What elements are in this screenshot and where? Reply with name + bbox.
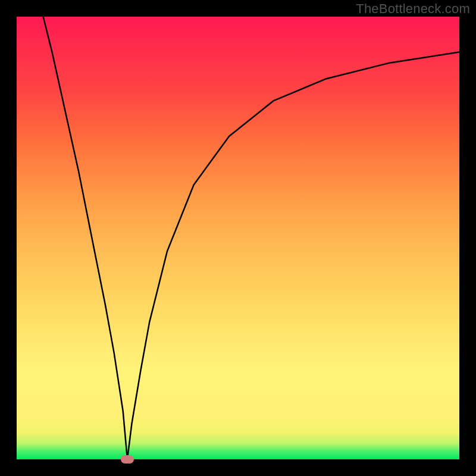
bottleneck-curve-path bbox=[43, 17, 459, 459]
curve-svg bbox=[17, 17, 459, 459]
plot-area bbox=[17, 17, 459, 459]
chart-frame: TheBottleneck.com bbox=[0, 0, 476, 476]
optimal-marker bbox=[121, 455, 134, 464]
watermark-text: TheBottleneck.com bbox=[356, 1, 470, 17]
